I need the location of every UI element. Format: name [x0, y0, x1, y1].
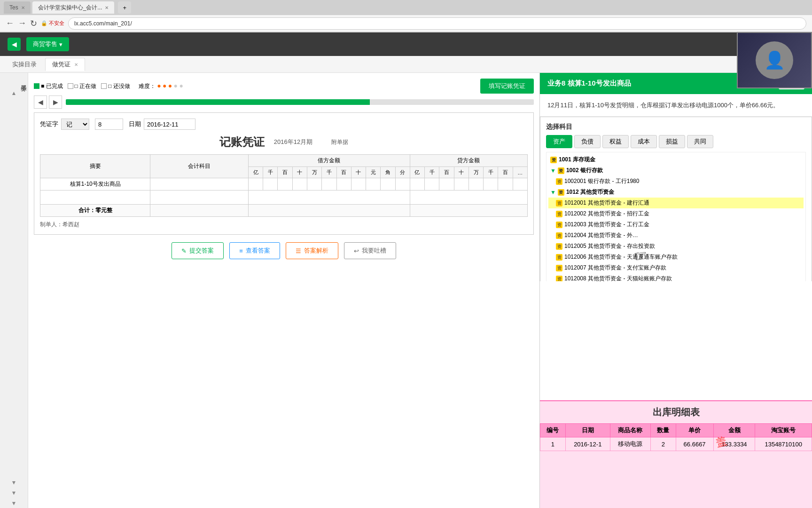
tree-item-1012008[interactable]: 资 1012008 其他货币资金 - 天猫站账账户存款 [548, 273, 804, 281]
cat-cost-btn[interactable]: 成本 [631, 135, 657, 148]
nav-next-btn[interactable]: ▶ [49, 95, 62, 109]
sidebar-expand-down-2[interactable]: ▼ [0, 488, 28, 498]
popup-title: 选择科目 [546, 123, 806, 131]
tree-item-1002001[interactable]: 资 1002001 银行存款 - 工行1980 [548, 176, 804, 187]
row-credit-7[interactable] [498, 178, 513, 190]
voucher-area: ■ 已完成 □ 正在做 □ 还没做 难度： ● ● ● [28, 73, 539, 508]
creator-row: 制单人：希西赵 [40, 221, 528, 229]
module-select-button[interactable]: 商贸零售 ▾ [26, 37, 69, 51]
progress-bar-row: ◀ ▶ [34, 95, 534, 109]
tree-item-1012[interactable]: ▼ 资 1012 其他货币资金 [548, 187, 804, 198]
diff-star-5: ● [179, 82, 183, 89]
row-credit-5[interactable] [468, 178, 483, 190]
voucher-num-input[interactable] [95, 119, 123, 130]
submit-answer-btn[interactable]: ✎ 提交答案 [172, 242, 224, 259]
dth-date: 日期 [565, 424, 610, 437]
progress-fill [66, 99, 370, 105]
back-nav-button[interactable]: ← [6, 18, 14, 28]
row-debit-6[interactable] [322, 178, 336, 190]
row-debit-5[interactable] [307, 178, 321, 190]
cat-asset-btn[interactable]: 资产 [546, 135, 572, 148]
row-debit-9[interactable] [366, 178, 381, 190]
back-button[interactable]: ◀ [8, 38, 21, 51]
tree-item-1012007[interactable]: 资 1012007 其他货币资金 - 支付宝账户存款 [548, 262, 804, 273]
sub-tab-voucher[interactable]: 做凭证 ✕ [45, 58, 85, 71]
tree-item-1002[interactable]: ▼ 资 1002 银行存款 [548, 165, 804, 176]
complain-btn[interactable]: ↩ 我要吐槽 [344, 242, 396, 259]
expand-1012[interactable]: ▼ [550, 189, 556, 196]
voucher-table: 摘要 会计科目 借方金额 贷方金额 亿 千 百 十 万 千 百 [40, 154, 528, 217]
subject-icon-1012: 资 [558, 189, 564, 196]
row-debit-1[interactable] [248, 178, 263, 190]
digit-h-c4: 十 [454, 167, 468, 178]
digit-h-c5: 万 [468, 167, 483, 178]
cat-common-btn[interactable]: 共同 [687, 135, 713, 148]
tree-item-1012003[interactable]: 资 1012003 其他货币资金 - 工行工金 [548, 219, 804, 230]
row-debit-4[interactable] [292, 178, 307, 190]
new-tab-button[interactable]: + [118, 1, 131, 14]
row-debit-11[interactable] [395, 178, 410, 190]
row-credit-4[interactable] [454, 178, 468, 190]
row-credit-1[interactable] [410, 178, 424, 190]
date-input[interactable] [144, 119, 195, 130]
col-debit-header: 借方金额 [248, 155, 410, 167]
sidebar-expand-up[interactable]: ▲ [0, 88, 28, 98]
voucher-type-field: 凭证字 记 [40, 119, 89, 130]
browser-tab-1[interactable]: Tes ✕ [4, 1, 31, 14]
row-credit-6[interactable] [484, 178, 498, 190]
browser-tab-2[interactable]: 会计学堂实操中心_会计... ✕ [32, 1, 115, 14]
tree-item-1012006[interactable]: 资 1012006 其他货币资金 - 天通直通车账户存款 [548, 252, 804, 262]
digit-h-6: 千 [322, 167, 336, 178]
address-input[interactable] [68, 17, 806, 30]
sub-nav: 实操目录 做凭证 ✕ [0, 56, 812, 73]
sidebar-expand-down-1[interactable]: ▼ [0, 477, 28, 488]
tree-item-1012004[interactable]: 资 1012004 其他货币资金 - 外… [548, 230, 804, 241]
tab-1-close[interactable]: ✕ [21, 5, 25, 10]
header-left: ◀ 商贸零售 ▾ [8, 37, 69, 51]
diff-star-4: ● [174, 82, 178, 89]
reload-button[interactable]: ↻ [30, 18, 37, 29]
cat-equity-btn[interactable]: 权益 [602, 135, 629, 148]
analysis-btn[interactable]: ☰ 答案解析 [286, 242, 338, 259]
app-container: ◀ 商贸零售 ▾ 希西赵 (SVIP会员) 实操目录 做凭证 ✕ 子务服 ▲ ▼… [0, 32, 812, 508]
forward-nav-button[interactable]: → [18, 18, 26, 28]
fill-voucher-btn[interactable]: 填写记账凭证 [480, 79, 534, 94]
digit-h-4: 十 [292, 167, 307, 178]
tree-item-1012005[interactable]: 资 1012005 其他货币资金 - 存出投资款 [548, 241, 804, 252]
address-bar: ← → ↻ 🔒 不安全 [0, 15, 812, 32]
tree-item-1001[interactable]: 资 1001 库存现金 [548, 154, 804, 165]
expand-1002[interactable]: ▼ [550, 167, 556, 174]
nav-prev-btn[interactable]: ◀ [34, 95, 47, 109]
sidebar-expand-down-3[interactable]: ▼ [0, 498, 28, 508]
row-credit-3[interactable] [439, 178, 454, 190]
row-debit-10[interactable] [381, 178, 395, 190]
label-doing: □ 正在做 [68, 82, 97, 90]
dth-account: 淘宝账号 [755, 424, 812, 437]
voucher-period-text: 2016年12月期 [274, 138, 312, 146]
tree-item-1012001[interactable]: 资 1012001 其他货币资金 - 建行汇通 [548, 198, 804, 208]
dth-amount: 金额 [713, 424, 755, 437]
cat-liability-btn[interactable]: 负债 [574, 135, 601, 148]
view-answer-btn[interactable]: ≡ 查看答案 [229, 242, 280, 259]
row-debit-3[interactable] [278, 178, 292, 190]
voucher-type-select[interactable]: 记 [61, 119, 89, 130]
tree-item-1012002[interactable]: 资 1012002 其他货币资金 - 招行工金 [548, 208, 804, 219]
row-subject[interactable] [150, 178, 248, 190]
row-debit-2[interactable] [263, 178, 278, 190]
subject-icon-1012007: 资 [556, 265, 562, 271]
row-debit-8[interactable] [351, 178, 366, 190]
label-done: ■ 已完成 [34, 82, 63, 90]
sub-tab-list[interactable]: 实操目录 [6, 58, 43, 71]
tab-2-close[interactable]: ✕ [105, 5, 109, 10]
detail-table-title: 出库明细表 [540, 401, 812, 423]
row-credit-8[interactable] [513, 178, 527, 190]
subject-tree[interactable]: 资 1001 库存现金 ▼ 资 1002 银行存款 资 1002001 银行存款… [546, 152, 806, 281]
sidebar-item-service[interactable]: 子务服 [0, 73, 28, 88]
subject-icon-1012004: 资 [556, 232, 562, 239]
voucher-title-text: 记账凭证 [219, 135, 265, 150]
sub-tab-close-icon[interactable]: ✕ [74, 62, 78, 67]
cat-profit-btn[interactable]: 损益 [659, 135, 685, 148]
difficulty-label: 难度： ● ● ● ● ● [139, 82, 183, 90]
row-debit-7[interactable] [336, 178, 351, 190]
row-credit-2[interactable] [425, 178, 439, 190]
